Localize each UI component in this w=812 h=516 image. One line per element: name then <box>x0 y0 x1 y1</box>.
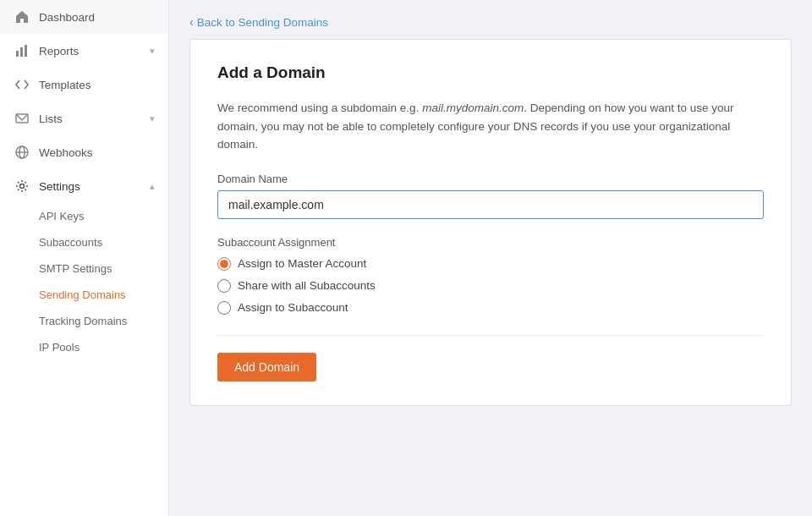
sidebar-item-dashboard[interactable]: Dashboard <box>0 0 168 34</box>
add-domain-card: Add a Domain We recommend using a subdom… <box>189 39 792 406</box>
home-icon <box>14 8 30 25</box>
sidebar-item-label: Settings <box>39 180 80 193</box>
sidebar-subnav-api-keys[interactable]: API Keys <box>0 203 168 229</box>
sidebar-item-templates[interactable]: Templates <box>0 68 168 102</box>
svg-rect-1 <box>20 47 23 57</box>
code-icon <box>14 76 30 93</box>
back-link[interactable]: ‹ Back to Sending Domains <box>169 0 812 39</box>
svg-point-7 <box>20 184 25 189</box>
radio-master-input[interactable] <box>217 257 231 271</box>
sidebar-subnav-ip-pools[interactable]: IP Pools <box>0 334 168 360</box>
sidebar-item-webhooks[interactable]: Webhooks <box>0 135 168 169</box>
subaccount-assignment-section: Subaccount Assignment Assign to Master A… <box>217 236 764 315</box>
domain-name-group: Domain Name <box>217 173 764 219</box>
add-domain-button[interactable]: Add Domain <box>217 353 316 382</box>
description: We recommend using a subdomain e.g. mail… <box>217 99 764 154</box>
radio-master-account[interactable]: Assign to Master Account <box>217 257 764 271</box>
sidebar: Dashboard Reports ▾ Templates Lists ▾ We… <box>0 0 169 516</box>
sidebar-item-label: Lists <box>39 113 63 125</box>
sidebar-subnav-smtp-settings[interactable]: SMTP Settings <box>0 255 168 282</box>
sidebar-subnav-sending-domains[interactable]: Sending Domains <box>0 282 168 308</box>
domain-name-input[interactable] <box>217 190 764 219</box>
settings-subnav: API Keys Subaccounts SMTP Settings Sendi… <box>0 203 168 360</box>
sidebar-item-lists[interactable]: Lists ▾ <box>0 102 168 135</box>
sidebar-subnav-subaccounts[interactable]: Subaccounts <box>0 229 168 255</box>
sidebar-item-settings[interactable]: Settings ▴ <box>0 169 168 203</box>
sidebar-subnav-tracking-domains[interactable]: Tracking Domains <box>0 308 168 334</box>
chevron-left-icon: ‹ <box>189 15 194 29</box>
domain-label: Domain Name <box>217 173 764 185</box>
bar-chart-icon <box>14 42 30 59</box>
gear-icon <box>14 178 30 195</box>
radio-assign-subaccount[interactable]: Assign to Subaccount <box>217 301 764 315</box>
subaccount-section-label: Subaccount Assignment <box>217 236 764 249</box>
chevron-up-icon: ▴ <box>150 181 155 192</box>
sidebar-item-label: Dashboard <box>39 11 95 24</box>
sidebar-item-label: Reports <box>39 45 79 58</box>
globe-icon <box>14 144 30 161</box>
radio-share-all[interactable]: Share with all Subaccounts <box>217 279 764 293</box>
svg-rect-0 <box>16 51 19 57</box>
mail-icon <box>14 110 30 127</box>
sidebar-item-label: Templates <box>39 79 91 91</box>
chevron-down-icon: ▾ <box>150 46 155 57</box>
divider <box>217 335 764 336</box>
sidebar-item-label: Webhooks <box>39 146 93 159</box>
main-content: ‹ Back to Sending Domains Add a Domain W… <box>169 0 812 516</box>
radio-subaccount-input[interactable] <box>217 301 231 315</box>
chevron-down-icon: ▾ <box>150 113 155 124</box>
svg-rect-2 <box>25 45 27 57</box>
radio-share-input[interactable] <box>217 279 231 293</box>
card-title: Add a Domain <box>217 63 764 82</box>
radio-group: Assign to Master Account Share with all … <box>217 257 764 315</box>
sidebar-item-reports[interactable]: Reports ▾ <box>0 34 168 68</box>
